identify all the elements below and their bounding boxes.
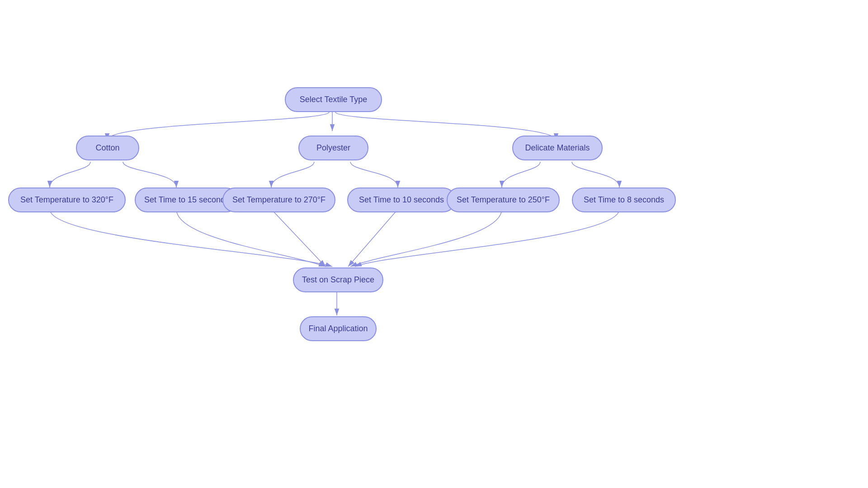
temp-poly-label: Set Temperature to 270°F	[232, 195, 326, 205]
delicate-label: Delicate Materials	[525, 143, 590, 153]
polyester-node[interactable]: Polyester	[298, 136, 368, 160]
cotton-node[interactable]: Cotton	[76, 136, 139, 160]
final-app-node[interactable]: Final Application	[300, 316, 377, 341]
final-app-label: Final Application	[308, 324, 368, 333]
time-del-node[interactable]: Set Time to 8 seconds	[572, 188, 676, 212]
test-scrap-node[interactable]: Test on Scrap Piece	[293, 267, 383, 292]
select-textile-node[interactable]: Select Textile Type	[285, 87, 382, 112]
cotton-label: Cotton	[95, 143, 119, 153]
temp-cotton-node[interactable]: Set Temperature to 320°F	[8, 188, 126, 212]
delicate-node[interactable]: Delicate Materials	[512, 136, 603, 160]
time-poly-node[interactable]: Set Time to 10 seconds	[347, 188, 456, 212]
temp-del-node[interactable]: Set Temperature to 250°F	[447, 188, 560, 212]
time-cotton-label: Set Time to 15 seconds	[144, 195, 229, 205]
time-poly-label: Set Time to 10 seconds	[359, 195, 444, 205]
temp-cotton-label: Set Temperature to 320°F	[20, 195, 113, 205]
temp-poly-node[interactable]: Set Temperature to 270°F	[222, 188, 335, 212]
time-del-label: Set Time to 8 seconds	[584, 195, 664, 205]
select-textile-label: Select Textile Type	[300, 95, 367, 104]
polyester-label: Polyester	[316, 143, 350, 153]
test-scrap-label: Test on Scrap Piece	[302, 275, 374, 285]
temp-del-label: Set Temperature to 250°F	[457, 195, 550, 205]
